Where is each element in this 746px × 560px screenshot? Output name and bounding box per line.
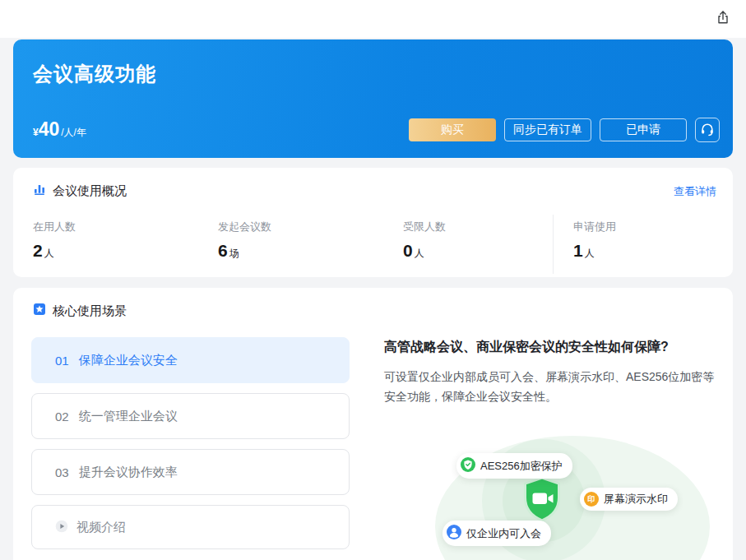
usage-card-title: 会议使用概况 [53, 183, 127, 199]
page-title: 会议高级功能 [33, 61, 156, 87]
shield-camera-icon [522, 476, 562, 525]
scenario-list: 01 保障企业会议安全 02 统一管理企业会议 03 提升会议协作效率 视频介绍 [31, 337, 350, 559]
scenario-label: 统一管理企业会议 [79, 409, 178, 424]
price-amount: 40 [39, 120, 60, 139]
shield-check-icon [461, 457, 475, 474]
badge-aes256: AES256加密保护 [456, 453, 572, 479]
stat-unit: 人 [585, 247, 595, 261]
video-intro-item[interactable]: 视频介绍 [31, 505, 350, 549]
bar-chart-icon [33, 183, 46, 199]
price-currency: ¥ [33, 127, 39, 138]
stat-unit: 人 [44, 247, 54, 261]
play-icon [55, 520, 68, 535]
person-icon [447, 525, 461, 542]
stat-label: 在用人数 [33, 220, 76, 234]
scenario-item-efficiency[interactable]: 03 提升会议协作效率 [31, 449, 350, 495]
bookmark-star-icon [33, 303, 46, 319]
share-icon [715, 9, 731, 28]
stat-active-users: 在用人数 2人 [33, 220, 76, 261]
stat-value: 2 [33, 242, 43, 259]
scenario-description: 可设置仅企业内部成员可入会、屏幕演示水印、AES256位加密等安全功能，保障企业… [384, 367, 716, 406]
stat-unit: 人 [415, 247, 424, 261]
share-button[interactable] [713, 8, 733, 28]
buy-button[interactable]: 购买 [409, 118, 496, 141]
badge-watermark: 印 屏幕演示水印 [580, 488, 678, 511]
stats-divider [553, 215, 554, 274]
stat-value: 6 [218, 242, 228, 259]
stat-label: 申请使用 [573, 220, 616, 234]
scenario-index: 02 [55, 410, 69, 423]
core-scenarios-card: 核心使用场景 01 保障企业会议安全 02 统一管理企业会议 03 提升会议协作… [13, 288, 733, 560]
price: ¥40/人/年 [33, 120, 86, 140]
view-details-link[interactable]: 查看详情 [674, 184, 716, 199]
security-illustration: AES256加密保护 印 屏幕演示水印 仅企业内可入会 [429, 434, 720, 560]
stat-unit: 场 [229, 247, 239, 261]
scenario-heading: 高管战略会议、商业保密会议的安全性如何保障? [384, 339, 716, 356]
scenarios-card-title: 核心使用场景 [53, 303, 127, 319]
scenario-item-security[interactable]: 01 保障企业会议安全 [31, 337, 350, 383]
price-unit: /人/年 [61, 126, 86, 140]
stat-label: 受限人数 [403, 220, 446, 234]
product-banner: 会议高级功能 ¥40/人/年 购买 同步已有订单 已申请 [13, 39, 733, 158]
usage-overview-card: 会议使用概况 查看详情 在用人数 2人 发起会议数 6场 受限人数 0人 申请使… [13, 168, 733, 277]
badge-label: AES256加密保护 [480, 459, 563, 474]
applied-button[interactable]: 已申请 [600, 118, 687, 141]
stat-apply-usage: 申请使用 1人 [573, 220, 616, 261]
scenarios-card-header: 核心使用场景 [33, 303, 127, 319]
stamp-icon: 印 [584, 492, 599, 507]
headset-icon [700, 122, 715, 139]
badge-label: 屏幕演示水印 [604, 492, 668, 507]
stat-restricted-users: 受限人数 0人 [403, 220, 446, 261]
usage-card-header: 会议使用概况 [33, 183, 127, 199]
stat-value: 1 [573, 242, 583, 259]
badge-label: 仅企业内可入会 [466, 526, 541, 541]
scenario-index: 01 [55, 354, 69, 368]
badge-internal-only: 仅企业内可入会 [443, 521, 551, 546]
sync-orders-button[interactable]: 同步已有订单 [504, 118, 591, 141]
banner-actions: 购买 同步已有订单 已申请 [409, 118, 720, 142]
stat-label: 发起会议数 [218, 220, 271, 234]
scenario-label: 提升会议协作效率 [79, 465, 178, 480]
scenario-item-management[interactable]: 02 统一管理企业会议 [31, 393, 350, 439]
video-intro-label: 视频介绍 [76, 520, 126, 535]
top-bar [0, 0, 746, 38]
stat-meetings-started: 发起会议数 6场 [218, 220, 271, 261]
scenario-label: 保障企业会议安全 [79, 353, 178, 368]
stat-value: 0 [403, 242, 413, 259]
scenario-detail: 高管战略会议、商业保密会议的安全性如何保障? 可设置仅企业内部成员可入会、屏幕演… [384, 339, 716, 406]
support-button[interactable] [695, 118, 720, 142]
scenario-index: 03 [55, 465, 69, 479]
